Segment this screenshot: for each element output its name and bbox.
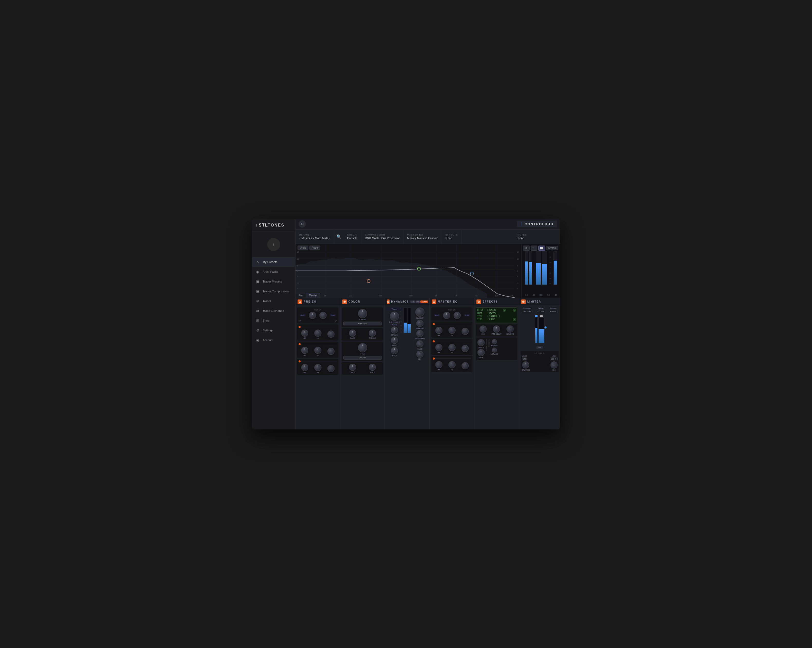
badge-comp[interactable]: COMP <box>420 300 428 303</box>
m-b2-q-knob[interactable] <box>461 345 469 352</box>
limiter-fader-track-l[interactable] <box>535 318 537 343</box>
preset-default[interactable]: Default ◂ Master 2 - More Mids ▸ <box>296 230 334 244</box>
sidebar-item-tracer-presets[interactable]: ▣ Tracer Presets <box>252 277 295 287</box>
stereo-mode-select[interactable]: L/R <box>522 358 527 360</box>
filter-lp-knob[interactable] <box>319 312 327 319</box>
stereo-button[interactable]: Stereo <box>546 246 558 250</box>
length-knob[interactable] <box>507 325 514 332</box>
band3-hz-knob[interactable] <box>314 364 322 371</box>
input-knob[interactable] <box>391 347 398 354</box>
badge-ds[interactable]: DS <box>415 300 420 303</box>
balance-knob[interactable] <box>522 361 529 369</box>
refresh-button[interactable]: ↻ <box>299 220 306 227</box>
preset-effects[interactable]: Effects None <box>442 230 462 244</box>
fader-track-2[interactable] <box>407 308 411 333</box>
band1-db-knob[interactable] <box>301 329 308 337</box>
depth-knob[interactable] <box>478 339 485 346</box>
band2-q-knob[interactable] <box>327 348 334 355</box>
sidechain-knob[interactable] <box>416 330 423 337</box>
tab-master[interactable]: Master <box>306 293 321 298</box>
sidebar-item-label: Shop <box>263 319 270 322</box>
filter-hp-knob[interactable] <box>309 312 316 319</box>
volume-knob[interactable] <box>358 309 367 318</box>
band2-hz-knob[interactable] <box>314 347 322 354</box>
master-eq-power-button[interactable] <box>432 299 437 304</box>
knee-knob[interactable] <box>416 340 423 348</box>
undo-button[interactable]: Undo <box>298 245 308 250</box>
sidebar-item-my-presets[interactable]: ⌂ My Presets <box>252 257 295 267</box>
master-filter-row: 6 dB 6 dB <box>433 312 471 319</box>
svg-text:600: 600 <box>409 294 413 297</box>
threshold-label: THRESHOLD <box>389 321 400 323</box>
m-b1-hz-knob[interactable] <box>449 327 456 334</box>
preamp-button[interactable]: PREAMP <box>343 322 382 325</box>
effects-nav-btn-3[interactable]: ▸ <box>513 318 516 321</box>
treble-knob[interactable] <box>369 329 376 337</box>
module-dynamics-header: DYNAMICS TD DS COMP <box>385 298 429 306</box>
sidebar-item-trace-exchange[interactable]: ⇄ Trace Exchange <box>252 306 295 316</box>
preset-master-eq[interactable]: Master EQ Manley Massive Passive <box>403 230 442 244</box>
m-filter-lp-knob[interactable] <box>453 312 461 319</box>
band1-q-knob[interactable] <box>327 331 334 338</box>
redo-button[interactable]: Redo <box>309 245 320 250</box>
sidebar-item-shop[interactable]: ⊞ Shop <box>252 316 295 325</box>
color-power-button[interactable] <box>342 299 347 304</box>
m-b3-db-knob[interactable] <box>435 361 443 368</box>
eq-analyze-button[interactable]: ⬜ <box>538 245 545 251</box>
sidebar-item-account[interactable]: ◉ Account <box>252 335 295 345</box>
m-b3-q-knob[interactable] <box>461 362 469 369</box>
link-button[interactable]: ⟷ <box>537 346 543 349</box>
sidebar-item-tracer-compressors[interactable]: ▣ Tracer Compressors <box>252 287 295 296</box>
limiter-dot[interactable] <box>545 326 546 328</box>
effects-nav-btn-1[interactable]: ▸ <box>503 309 506 312</box>
fader-track-1[interactable] <box>403 308 407 333</box>
time-val: SHORT <box>489 318 495 320</box>
attack-knob[interactable] <box>391 326 398 334</box>
band3-db-knob[interactable] <box>301 364 308 371</box>
sidebar-item-settings[interactable]: ⚙ Settings <box>252 325 295 335</box>
limiter-fader-track-r[interactable] <box>538 318 545 343</box>
tape-knob[interactable] <box>349 364 356 371</box>
release-knob[interactable] <box>416 320 423 327</box>
tab-pre[interactable]: Pre <box>296 293 306 298</box>
mix-knob[interactable] <box>479 325 487 332</box>
m-filter-hp-knob[interactable] <box>443 312 450 319</box>
m-b1-q-knob[interactable] <box>461 328 469 335</box>
hipass-knob[interactable] <box>492 339 497 344</box>
vu-bottom-btn[interactable]: ⊕ <box>539 294 542 296</box>
band1-hz-knob[interactable] <box>314 329 322 337</box>
bass-knob[interactable] <box>349 329 356 337</box>
effects-power-button[interactable] <box>476 299 481 304</box>
band2-db-knob[interactable] <box>301 347 308 354</box>
preset-search[interactable]: 🔍 <box>334 230 343 244</box>
sidebar-item-tracer[interactable]: ⊕ Tracer <box>252 296 295 306</box>
limiter-power-button[interactable] <box>521 299 526 304</box>
color-button[interactable]: COLOR <box>343 356 382 360</box>
makeup-knob[interactable] <box>415 308 424 317</box>
fader-handle-right[interactable] <box>540 315 543 317</box>
m-b3-hz-knob[interactable] <box>449 361 456 368</box>
m-b2-hz-knob[interactable] <box>449 344 456 351</box>
dyn-mix-knob[interactable] <box>416 351 423 358</box>
band3-q-knob[interactable] <box>327 365 334 372</box>
drive-knob[interactable] <box>358 343 367 352</box>
eq-settings-button[interactable]: ⚙ <box>523 245 530 251</box>
lopass-knob[interactable] <box>492 348 497 353</box>
preset-compression[interactable]: Compression RND Master Bus Processor <box>361 230 403 244</box>
effects-nav-btn-2[interactable]: ↺ <box>513 309 516 312</box>
stereo-mix-knob[interactable] <box>550 361 558 369</box>
preset-color[interactable]: Color Console <box>343 230 361 244</box>
dynamics-power-button[interactable] <box>387 299 389 304</box>
ratio-knob[interactable] <box>391 337 398 344</box>
badge-td[interactable]: TD <box>411 300 415 303</box>
pre-eq-power-button[interactable] <box>298 299 302 304</box>
fader-handle-left[interactable] <box>535 315 537 317</box>
eq-waveform-button[interactable]: ⫶ <box>531 245 537 251</box>
m-b2-db-knob[interactable] <box>435 344 443 351</box>
threshold-knob[interactable] <box>390 311 399 321</box>
pre-delay-knob[interactable] <box>493 325 500 332</box>
sidebar-item-artist-packs[interactable]: ◉ Artist Packs <box>252 267 295 277</box>
rate-knob[interactable] <box>478 349 485 356</box>
m-b1-db-knob[interactable] <box>435 327 443 334</box>
tube-knob[interactable] <box>369 364 376 371</box>
